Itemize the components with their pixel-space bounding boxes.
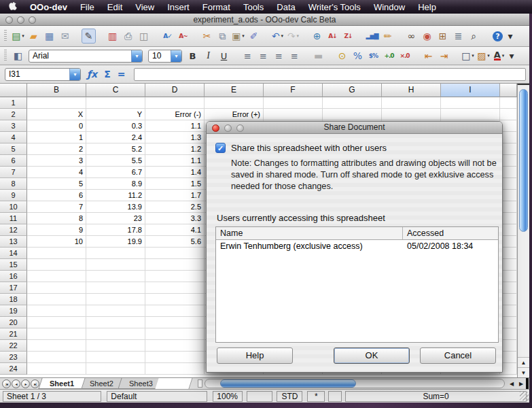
cell-B4[interactable]: 1 [27, 132, 86, 143]
menu-writer-s-tools[interactable]: Writer's Tools [308, 2, 361, 12]
row-header-18[interactable]: 18 [0, 294, 27, 305]
cell-D11[interactable]: 3.3 [145, 213, 205, 224]
dialog-title-bar[interactable]: Share Document [207, 122, 502, 134]
cell-B14[interactable] [27, 248, 86, 259]
user-row[interactable]: Erwin Tenhumberg (exclusive access)05/02… [216, 240, 498, 253]
edit-file-button[interactable]: ✎ [82, 29, 96, 44]
font-name-dropdown-icon[interactable]: ▼ [131, 50, 142, 62]
cell-D22[interactable] [145, 340, 205, 352]
cell-B17[interactable] [27, 282, 86, 294]
cell-D15[interactable] [145, 259, 205, 271]
row-header-14[interactable]: 14 [0, 248, 27, 259]
cell-D17[interactable] [145, 282, 205, 294]
cell-D21[interactable] [145, 328, 205, 340]
row-header-3[interactable]: 3 [0, 120, 27, 132]
status-selection-mode[interactable]: STD [277, 391, 302, 402]
row-header-5[interactable]: 5 [0, 143, 27, 155]
cell-B20[interactable] [27, 317, 86, 328]
horizontal-scrollbar-thumb[interactable] [220, 379, 356, 388]
window-resize-grip[interactable] [520, 392, 529, 401]
status-sum-display[interactable]: Sum=0 [345, 391, 527, 402]
menu-file[interactable]: File [80, 2, 94, 12]
previous-sheet-button[interactable]: ◂ [12, 379, 20, 388]
dialog-close-button[interactable] [212, 124, 219, 132]
zoom-button[interactable]: ⌕ [467, 29, 481, 44]
row-header-22[interactable]: 22 [0, 340, 27, 352]
column-header-G[interactable]: G [323, 84, 382, 97]
number-format-percent-button[interactable]: % [351, 48, 365, 63]
cell-D6[interactable]: 1.1 [145, 155, 205, 167]
cell-C24[interactable] [86, 363, 145, 375]
cell-D20[interactable] [145, 317, 205, 328]
column-header-H[interactable]: H [382, 84, 441, 97]
print-button[interactable]: ⎙ [121, 29, 135, 44]
cell-F1[interactable] [264, 97, 323, 109]
cell-D9[interactable]: 1.7 [145, 190, 205, 201]
redo-dropdown-icon[interactable]: ▾ [297, 33, 300, 39]
font-color-button[interactable]: A▾ [492, 48, 506, 63]
menu-format[interactable]: Format [202, 2, 230, 12]
cell-C15[interactable] [86, 259, 145, 271]
column-header-I[interactable]: I [441, 84, 500, 97]
cell-G1[interactable] [323, 97, 382, 109]
cell-D14[interactable] [145, 248, 205, 259]
column-header-C[interactable]: C [86, 84, 145, 97]
window-minimize-button[interactable] [17, 16, 24, 24]
cell-D12[interactable]: 4.1 [145, 224, 205, 236]
cell-D2[interactable]: Error (-) [145, 109, 205, 120]
cell-D7[interactable]: 1.4 [145, 167, 205, 178]
cell-I1[interactable] [441, 97, 500, 109]
cell-C17[interactable] [86, 282, 145, 294]
status-page-style[interactable]: Default [107, 391, 207, 402]
help-button[interactable]: ? [491, 29, 505, 44]
cell-G2[interactable] [323, 109, 382, 120]
bold-button[interactable]: B [185, 48, 200, 63]
decrease-indent-button[interactable]: ⇤ [421, 48, 436, 63]
cell-B19[interactable] [27, 305, 86, 317]
number-format-standard-button[interactable]: $% [366, 48, 380, 63]
select-all-corner[interactable] [0, 84, 27, 97]
cell-C1[interactable] [86, 97, 145, 109]
menu-insert[interactable]: Insert [167, 2, 190, 12]
cell-D4[interactable]: 1.3 [145, 132, 205, 143]
underline-button[interactable]: U [217, 48, 231, 63]
cell-B1[interactable] [27, 97, 86, 109]
row-header-11[interactable]: 11 [0, 213, 27, 224]
font-name-combo[interactable]: Arial ▼ [29, 50, 143, 63]
cell-D13[interactable]: 5.6 [145, 236, 205, 248]
gallery-button[interactable]: ⊞ [436, 29, 450, 44]
increase-indent-button[interactable]: ⇥ [437, 48, 451, 63]
cell-B16[interactable] [27, 271, 86, 282]
copy-button[interactable]: ⧉ [215, 29, 230, 44]
toolbar-options-formatting-button[interactable]: ▾ [508, 48, 516, 63]
cell-C13[interactable]: 19.9 [86, 236, 145, 248]
data-sources-button[interactable]: ≣ [451, 29, 465, 44]
cell-D18[interactable] [145, 294, 205, 305]
first-sheet-button[interactable]: |◂ [2, 379, 11, 388]
clone-formatting-button[interactable]: ✐ [247, 29, 261, 44]
column-header-E[interactable]: E [205, 84, 264, 97]
open-folder-button[interactable]: ▰ [26, 29, 41, 44]
row-header-9[interactable]: 9 [0, 190, 27, 201]
row-header-13[interactable]: 13 [0, 236, 27, 248]
cell-D1[interactable] [145, 97, 205, 109]
row-header-8[interactable]: 8 [0, 178, 27, 190]
toolbar-grip-formatting[interactable] [4, 50, 7, 62]
window-title-bar[interactable]: experiment_a.ods - OOo-dev Calc Beta [0, 14, 529, 26]
cell-B13[interactable]: 10 [27, 236, 86, 248]
number-format-currency-button[interactable]: ⊙ [335, 48, 349, 63]
horizontal-scrollbar[interactable] [205, 379, 505, 388]
paste-dropdown-icon[interactable]: ▾ [242, 33, 245, 39]
window-zoom-button[interactable] [29, 16, 36, 24]
cell-C9[interactable]: 11.2 [86, 190, 145, 201]
menu-tools[interactable]: Tools [243, 2, 264, 12]
cell-C22[interactable] [86, 340, 145, 352]
cell-D10[interactable]: 2.5 [145, 201, 205, 213]
sheet-tab-sheet1[interactable]: Sheet1 [38, 378, 85, 389]
delete-decimal-place-button[interactable]: ×.0 [397, 48, 412, 63]
add-decimal-place-button[interactable]: +.0 [382, 48, 396, 63]
share-checkbox[interactable]: ✓ [215, 143, 226, 153]
cell-B9[interactable]: 6 [27, 190, 86, 201]
cell-B12[interactable]: 9 [27, 224, 86, 236]
send-email-button[interactable]: ✉ [58, 29, 72, 44]
